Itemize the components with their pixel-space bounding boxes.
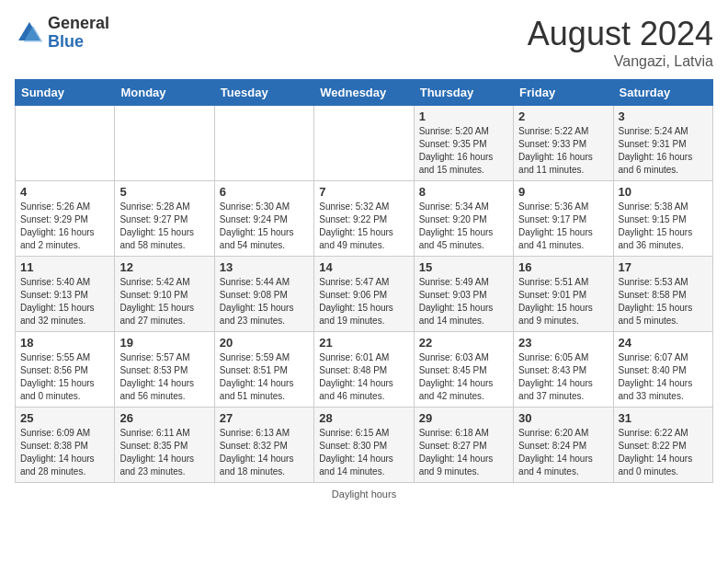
calendar-cell: 6 Sunrise: 5:30 AM Sunset: 9:24 PM Dayli… [214,181,313,257]
day-number: 9 [518,185,608,199]
calendar-cell: 12 Sunrise: 5:42 AM Sunset: 9:10 PM Dayl… [115,257,214,332]
calendar-cell: 24 Sunrise: 6:07 AM Sunset: 8:40 PM Dayl… [613,332,712,408]
logo: General Blue [15,15,109,52]
day-number: 2 [518,109,608,123]
day-info: Sunrise: 6:22 AM Sunset: 8:22 PM Dayligh… [619,427,708,478]
logo-text: General Blue [48,15,109,52]
day-info: Sunrise: 5:32 AM Sunset: 9:22 PM Dayligh… [319,201,408,252]
day-info: Sunrise: 6:11 AM Sunset: 8:35 PM Dayligh… [119,427,209,478]
day-info: Sunrise: 5:47 AM Sunset: 9:06 PM Dayligh… [319,276,408,327]
day-info: Sunrise: 5:55 AM Sunset: 8:56 PM Dayligh… [20,351,109,403]
day-info: Sunrise: 5:34 AM Sunset: 9:20 PM Dayligh… [419,201,508,252]
location: Vangazi, Latvia [528,53,713,70]
day-number: 17 [619,260,708,274]
calendar-cell: 19 Sunrise: 5:57 AM Sunset: 8:53 PM Dayl… [115,332,214,408]
weekday-header: Monday [115,80,214,106]
calendar-cell: 30 Sunrise: 6:20 AM Sunset: 8:24 PM Dayl… [514,408,613,483]
calendar-cell: 10 Sunrise: 5:38 AM Sunset: 9:15 PM Dayl… [613,181,712,257]
day-info: Sunrise: 5:40 AM Sunset: 9:13 PM Dayligh… [20,276,109,327]
calendar-cell: 17 Sunrise: 5:53 AM Sunset: 8:58 PM Dayl… [613,257,712,332]
day-info: Sunrise: 5:57 AM Sunset: 8:53 PM Dayligh… [119,351,209,403]
page-header: General Blue August 2024 Vangazi, Latvia [15,15,713,70]
calendar-cell: 18 Sunrise: 5:55 AM Sunset: 8:56 PM Dayl… [16,332,115,408]
calendar-cell: 9 Sunrise: 5:36 AM Sunset: 9:17 PM Dayli… [514,181,613,257]
calendar-cell: 23 Sunrise: 6:05 AM Sunset: 8:43 PM Dayl… [514,332,613,408]
day-info: Sunrise: 5:38 AM Sunset: 9:15 PM Dayligh… [619,201,708,252]
day-info: Sunrise: 6:09 AM Sunset: 8:38 PM Dayligh… [20,427,109,478]
calendar-cell: 7 Sunrise: 5:32 AM Sunset: 9:22 PM Dayli… [314,181,414,257]
day-number: 31 [619,411,708,425]
calendar-cell: 16 Sunrise: 5:51 AM Sunset: 9:01 PM Dayl… [514,257,613,332]
title-block: August 2024 Vangazi, Latvia [528,15,713,70]
day-number: 27 [220,411,309,425]
calendar-cell: 2 Sunrise: 5:22 AM Sunset: 9:33 PM Dayli… [514,106,613,181]
calendar-cell: 22 Sunrise: 6:03 AM Sunset: 8:45 PM Dayl… [414,332,513,408]
weekday-header: Wednesday [314,80,414,106]
day-info: Sunrise: 6:05 AM Sunset: 8:43 PM Dayligh… [518,351,608,403]
day-info: Sunrise: 6:13 AM Sunset: 8:32 PM Dayligh… [220,427,309,478]
day-number: 5 [119,185,209,199]
day-info: Sunrise: 5:44 AM Sunset: 9:08 PM Dayligh… [220,276,309,327]
weekday-header-row: SundayMondayTuesdayWednesdayThursdayFrid… [16,80,713,106]
calendar-week-row: 11 Sunrise: 5:40 AM Sunset: 9:13 PM Dayl… [16,257,713,332]
day-info: Sunrise: 5:42 AM Sunset: 9:10 PM Dayligh… [119,276,209,327]
day-number: 26 [119,411,209,425]
calendar-cell [214,106,313,181]
calendar-cell: 29 Sunrise: 6:18 AM Sunset: 8:27 PM Dayl… [414,408,513,483]
day-info: Sunrise: 5:51 AM Sunset: 9:01 PM Dayligh… [518,276,608,327]
calendar-cell: 1 Sunrise: 5:20 AM Sunset: 9:35 PM Dayli… [414,106,513,181]
calendar-cell: 28 Sunrise: 6:15 AM Sunset: 8:30 PM Dayl… [314,408,414,483]
calendar-week-row: 25 Sunrise: 6:09 AM Sunset: 8:38 PM Dayl… [16,408,713,483]
day-number: 23 [518,336,608,350]
calendar-cell: 3 Sunrise: 5:24 AM Sunset: 9:31 PM Dayli… [613,106,712,181]
logo-blue: Blue [48,33,109,52]
day-info: Sunrise: 6:03 AM Sunset: 8:45 PM Dayligh… [419,351,508,403]
day-number: 11 [20,260,109,274]
day-info: Sunrise: 5:28 AM Sunset: 9:27 PM Dayligh… [119,201,209,252]
day-number: 25 [20,411,109,425]
month-year: August 2024 [528,15,713,53]
day-number: 30 [518,411,608,425]
day-number: 13 [220,260,309,274]
day-info: Sunrise: 5:30 AM Sunset: 9:24 PM Dayligh… [220,201,309,252]
day-number: 14 [319,260,408,274]
day-number: 28 [319,411,408,425]
calendar-week-row: 1 Sunrise: 5:20 AM Sunset: 9:35 PM Dayli… [16,106,713,181]
day-number: 29 [419,411,508,425]
weekday-header: Thursday [414,80,513,106]
day-info: Sunrise: 5:26 AM Sunset: 9:29 PM Dayligh… [20,201,109,252]
calendar-week-row: 4 Sunrise: 5:26 AM Sunset: 9:29 PM Dayli… [16,181,713,257]
day-number: 24 [619,336,708,350]
calendar-cell [16,106,115,181]
day-info: Sunrise: 5:49 AM Sunset: 9:03 PM Dayligh… [419,276,508,327]
day-number: 1 [419,109,508,123]
footer-note: Daylight hours [15,488,713,500]
weekday-header: Sunday [16,80,115,106]
day-number: 21 [319,336,408,350]
calendar-cell: 5 Sunrise: 5:28 AM Sunset: 9:27 PM Dayli… [115,181,214,257]
calendar-cell: 14 Sunrise: 5:47 AM Sunset: 9:06 PM Dayl… [314,257,414,332]
day-number: 3 [619,109,708,123]
day-number: 6 [220,185,309,199]
calendar-cell: 13 Sunrise: 5:44 AM Sunset: 9:08 PM Dayl… [214,257,313,332]
day-info: Sunrise: 6:07 AM Sunset: 8:40 PM Dayligh… [619,351,708,403]
calendar-week-row: 18 Sunrise: 5:55 AM Sunset: 8:56 PM Dayl… [16,332,713,408]
weekday-header: Saturday [613,80,712,106]
day-number: 7 [319,185,408,199]
calendar-cell: 8 Sunrise: 5:34 AM Sunset: 9:20 PM Dayli… [414,181,513,257]
logo-icon [15,18,44,48]
day-info: Sunrise: 6:15 AM Sunset: 8:30 PM Dayligh… [319,427,408,478]
day-number: 20 [220,336,309,350]
day-info: Sunrise: 5:22 AM Sunset: 9:33 PM Dayligh… [518,125,608,177]
day-number: 10 [619,185,708,199]
day-number: 19 [119,336,209,350]
logo-general: General [48,15,109,33]
calendar-table: SundayMondayTuesdayWednesdayThursdayFrid… [15,79,713,483]
calendar-cell: 21 Sunrise: 6:01 AM Sunset: 8:48 PM Dayl… [314,332,414,408]
day-info: Sunrise: 5:53 AM Sunset: 8:58 PM Dayligh… [619,276,708,327]
calendar-cell [314,106,414,181]
calendar-cell: 11 Sunrise: 5:40 AM Sunset: 9:13 PM Dayl… [16,257,115,332]
day-info: Sunrise: 6:01 AM Sunset: 8:48 PM Dayligh… [319,351,408,403]
day-number: 4 [20,185,109,199]
calendar-cell: 4 Sunrise: 5:26 AM Sunset: 9:29 PM Dayli… [16,181,115,257]
